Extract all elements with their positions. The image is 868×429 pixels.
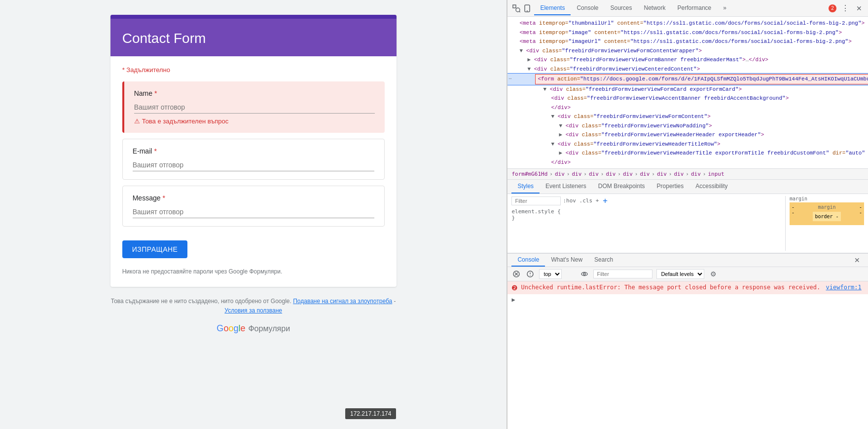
add-style-rule-icon[interactable]: +: [603, 196, 608, 205]
form-title: Contact Form: [122, 31, 385, 46]
close-console-icon[interactable]: ✕: [854, 256, 860, 264]
console-filter-input[interactable]: [593, 270, 652, 278]
ip-badge: 172.217.17.174: [345, 408, 396, 419]
prompt-arrow: ▶: [511, 296, 515, 303]
error-icon: ⚠: [134, 117, 140, 125]
message-field-card: Message*: [122, 186, 385, 227]
devtools-tab-bar: Elements Console Sources Network Perform…: [507, 0, 868, 17]
console-tab[interactable]: Console: [511, 254, 545, 267]
devtools-panel: Elements Console Sources Network Perform…: [507, 0, 868, 429]
bc-item[interactable]: div: [640, 171, 650, 177]
svg-point-1: [516, 8, 520, 12]
tab-event-listeners[interactable]: Event Listeners: [540, 180, 592, 194]
console-error-message: Unchecked runtime.lastError: The message…: [521, 283, 861, 292]
abuse-link[interactable]: Подаване на сигнал за злоупотреба: [293, 298, 392, 305]
bc-item[interactable]: input: [708, 171, 724, 177]
bc-item[interactable]: div: [674, 171, 684, 177]
html-line[interactable]: ▶ <div class="freebirdFormviewerViewHead…: [507, 130, 868, 140]
submit-button[interactable]: ИЗПРАЩАНЕ: [122, 240, 188, 258]
svg-line-2: [519, 11, 520, 12]
html-line[interactable]: <meta itemprop="imageUrl" content="https…: [507, 37, 868, 46]
required-legend: * Задължително: [122, 66, 385, 74]
styles-pseudo[interactable]: :hov .cls +: [563, 197, 599, 204]
whats-new-tab[interactable]: What's New: [545, 254, 588, 267]
google-text: Google: [217, 323, 245, 334]
bc-item[interactable]: div: [589, 171, 599, 177]
box-model-panel: margin - margin - - border - -: [785, 196, 864, 251]
left-panel: Contact Form * Задължително Name* ⚠ Това…: [0, 0, 506, 429]
console-error-link[interactable]: viewform:1: [826, 284, 862, 291]
console-error-entry: ❷ Unchecked runtime.lastError: The messa…: [507, 281, 868, 294]
html-line-selected[interactable]: … <form action="https://docs.google.com/…: [507, 74, 868, 85]
html-line[interactable]: ▼ <div class="freebirdFormviewerViewCent…: [507, 65, 868, 74]
tab-elements[interactable]: Elements: [534, 1, 571, 15]
form-body: * Задължително Name* ⚠ Това е задължител…: [110, 56, 397, 287]
html-line[interactable]: ▼ <div class="freebirdFormviewerViewHead…: [507, 140, 868, 149]
html-line[interactable]: </div>: [507, 158, 868, 167]
email-label: E-mail*: [133, 147, 374, 155]
styles-filter-input[interactable]: [511, 196, 561, 205]
device-toggle-icon[interactable]: [522, 3, 532, 13]
google-forms-logo: Google Формуляри: [217, 323, 290, 334]
html-line[interactable]: ▼ <div class="freebirdFormviewerViewForm…: [507, 46, 868, 56]
sub-tab-bar: Styles Event Listeners DOM Breakpoints P…: [507, 180, 868, 194]
error-icon: ❷: [511, 284, 518, 292]
bc-item[interactable]: form#mG61Hd: [511, 171, 547, 177]
terms-link[interactable]: Условия за ползване: [224, 307, 282, 314]
html-line[interactable]: ▼ <div class="freebirdFormviewerViewForm…: [507, 85, 868, 94]
tab-more[interactable]: »: [717, 1, 732, 15]
html-line[interactable]: ▶ <div class="freebirdFormviewerViewForm…: [507, 55, 868, 65]
tab-console[interactable]: Console: [571, 1, 604, 15]
eye-icon[interactable]: [579, 269, 589, 279]
name-input[interactable]: [134, 101, 375, 114]
breadcrumb-bar: form#mG61Hd › div › div › div › div › di…: [507, 169, 868, 180]
styles-left: :hov .cls + + element.style { }: [511, 196, 779, 251]
box-border-label: border: [815, 214, 832, 219]
form-header: Contact Form: [110, 15, 397, 56]
svg-point-12: [583, 273, 585, 275]
forms-label: Формуляри: [248, 324, 290, 333]
console-level-select[interactable]: Default levels: [656, 269, 704, 279]
name-label: Name*: [134, 89, 375, 97]
tab-sources[interactable]: Sources: [604, 1, 638, 15]
styles-panel: :hov .cls + + element.style { } margin -…: [507, 194, 868, 253]
box-border: border -: [813, 212, 840, 221]
html-line[interactable]: ▶ <div class="freebirdFormviewerViewHead…: [507, 149, 868, 158]
html-line[interactable]: </div>: [507, 103, 868, 113]
form-disclaimer: Никога не предоставяйте пароли чрез Goog…: [122, 268, 385, 275]
name-field-card: Name* ⚠ Това е задължителен въпрос: [122, 81, 385, 133]
inspect-icon[interactable]: [511, 3, 521, 13]
error-count-badge: 2: [829, 4, 836, 12]
bc-item[interactable]: div: [657, 171, 667, 177]
bc-item[interactable]: div: [606, 171, 615, 177]
tab-accessibility[interactable]: Accessibility: [689, 180, 733, 194]
email-field-card: E-mail*: [122, 139, 385, 180]
html-line[interactable]: ▼ <div class="freebirdFormviewerViewNoPa…: [507, 121, 868, 131]
html-line[interactable]: <div class="freebirdFormviewerViewAccent…: [507, 94, 868, 103]
tab-performance[interactable]: Performance: [672, 1, 718, 15]
bc-item[interactable]: div: [555, 171, 565, 177]
tab-properties[interactable]: Properties: [651, 180, 690, 194]
console-settings-icon[interactable]: ⚙: [708, 269, 718, 279]
message-input[interactable]: [133, 206, 374, 218]
tab-styles[interactable]: Styles: [511, 180, 540, 194]
name-error: ⚠ Това е задължителен въпрос: [134, 117, 375, 125]
tab-dom-breakpoints[interactable]: DOM Breakpoints: [592, 180, 651, 194]
page-footer: Това съдържание не е нито създадено, нит…: [110, 297, 397, 315]
close-devtools-icon[interactable]: ✕: [854, 3, 864, 13]
search-tab[interactable]: Search: [588, 254, 619, 267]
bc-item[interactable]: div: [572, 171, 581, 177]
html-line[interactable]: ▼ <div class="freebirdFormviewerViewForm…: [507, 112, 868, 121]
preserve-log-icon[interactable]: [525, 269, 535, 279]
tab-network[interactable]: Network: [638, 1, 672, 15]
svg-point-10: [530, 275, 531, 276]
clear-console-icon[interactable]: [511, 269, 521, 279]
html-line[interactable]: <meta itemprop="thumbnailUrl" content="h…: [507, 19, 868, 28]
console-prompt-row: ▶: [507, 294, 868, 305]
bc-item[interactable]: div: [691, 171, 701, 177]
html-line[interactable]: <meta itemprop="image" content="https://…: [507, 28, 868, 38]
email-input[interactable]: [133, 159, 374, 171]
more-options-icon[interactable]: ⋮: [840, 3, 850, 13]
bc-item[interactable]: div: [623, 171, 633, 177]
console-context-select[interactable]: top: [539, 269, 562, 279]
